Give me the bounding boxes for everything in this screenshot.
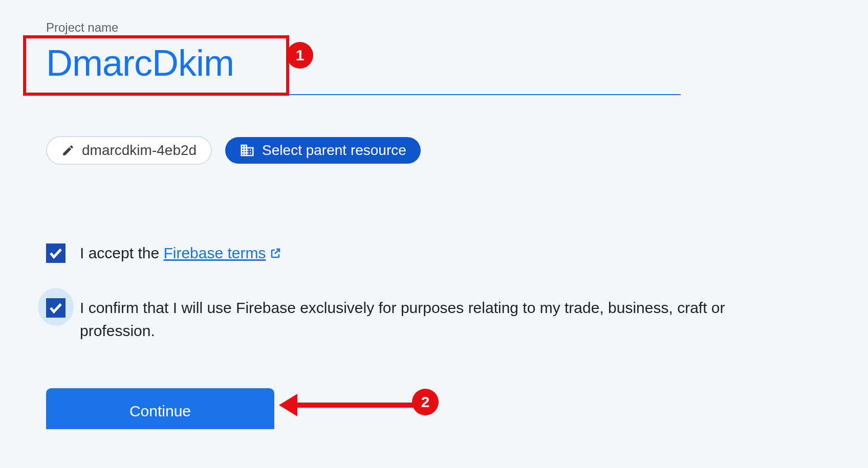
organization-icon: [240, 143, 255, 158]
confirm-checkbox-row: I confirm that I will use Firebase exclu…: [46, 296, 822, 342]
project-name-field: [46, 38, 681, 95]
annotation-arrow: [279, 394, 415, 416]
terms-checkbox[interactable]: [46, 243, 66, 263]
check-icon: [48, 300, 63, 316]
annotation-callout-1: 1: [287, 42, 313, 69]
select-parent-resource-chip[interactable]: Select parent resource: [225, 137, 421, 164]
external-link-icon: [269, 242, 281, 265]
firebase-terms-link[interactable]: Firebase terms: [163, 244, 281, 261]
project-id-text: dmarcdkim-4eb2d: [82, 142, 197, 159]
annotation-callout-2: 2: [412, 389, 439, 415]
confirm-checkbox[interactable]: [46, 298, 66, 318]
select-parent-label: Select parent resource: [262, 142, 406, 159]
continue-button[interactable]: Continue: [46, 388, 274, 429]
check-icon: [48, 246, 63, 261]
terms-prefix: I accept the: [80, 244, 163, 261]
terms-checkbox-row: I accept the Firebase terms: [46, 241, 822, 265]
confirm-label: I confirm that I will use Firebase exclu…: [80, 296, 755, 342]
project-name-label: Project name: [46, 20, 822, 35]
terms-label: I accept the Firebase terms: [80, 241, 281, 265]
project-name-input[interactable]: [46, 38, 681, 94]
edit-project-id-chip[interactable]: dmarcdkim-4eb2d: [46, 136, 212, 165]
pencil-icon: [61, 144, 75, 157]
